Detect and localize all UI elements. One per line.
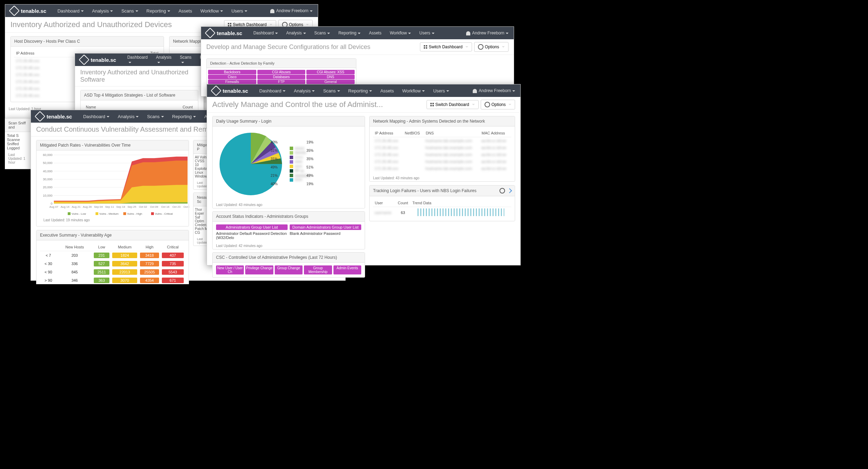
panel-vuln-age: Executive Summary - Vulnerability Age Ne…: [36, 230, 189, 284]
page-title: Inventory Authorized and Unauthorized De…: [10, 20, 222, 29]
csc-pill[interactable]: Group Change: [275, 265, 303, 274]
options-button[interactable]: Options: [481, 100, 515, 109]
svg-text:Sep 04: Sep 04: [94, 205, 103, 208]
family-pill[interactable]: DNS: [306, 75, 355, 79]
nav-dashboard[interactable]: Dashboard: [255, 88, 290, 93]
logo[interactable]: tenable.sc: [10, 7, 46, 15]
nav-dashboard[interactable]: Dashboard: [79, 114, 114, 119]
logo-icon: [78, 54, 89, 65]
user-menu[interactable]: Andrew Freeborn: [473, 88, 515, 93]
nav-assets[interactable]: Assets: [174, 8, 196, 14]
family-pill[interactable]: Databases: [257, 75, 306, 79]
logo[interactable]: tenable.sc: [212, 87, 248, 94]
csc-pill[interactable]: Group Membership: [304, 265, 332, 274]
navbar: tenable.sc DashboardAnalysisScansReporti…: [75, 54, 204, 66]
chevron-down-icon: [310, 10, 313, 12]
family-pill[interactable]: CGI Abuses: [257, 70, 306, 74]
csc-pill[interactable]: Privilege Change: [245, 265, 273, 274]
nav-dashboard[interactable]: Dashboard: [53, 8, 88, 14]
nav-reporting[interactable]: Reporting: [168, 114, 200, 119]
logo[interactable]: tenable.sc: [80, 56, 116, 64]
nav-dashboard[interactable]: Dashboard: [249, 31, 282, 35]
user-menu[interactable]: Andrew Freeborn: [270, 8, 313, 13]
nav-scans[interactable]: Scans: [310, 31, 334, 35]
window-admin-manage: tenable.scDashboardAnalysisScansReportin…: [207, 84, 521, 265]
svg-text:20,000: 20,000: [43, 186, 52, 189]
panel-scan-sniff: Scan Sniff and Total S Scanne Sniffed Lo…: [5, 118, 31, 169]
csc-pill[interactable]: Admin Events: [333, 265, 361, 274]
nav-scans[interactable]: Scans: [176, 55, 196, 65]
pie-chart: [216, 129, 286, 199]
area-chart: 010,00020,00030,00040,00050,00060,000Aug…: [40, 153, 189, 216]
nav-users[interactable]: Users: [227, 8, 251, 14]
svg-text:10,000: 10,000: [43, 194, 52, 197]
nav-reporting[interactable]: Reporting: [334, 31, 365, 35]
panel-daily-usage: Daily Usage Summary - Login aaaaa bbbbbb…: [212, 116, 365, 208]
switch-dashboard-button[interactable]: Switch Dashboard: [427, 100, 478, 109]
pill-domain-admin-users[interactable]: Domain Administrators Group User List: [290, 224, 361, 230]
nav-reporting[interactable]: Reporting: [142, 8, 174, 14]
nav-users[interactable]: Users: [429, 88, 453, 93]
svg-text:Vulns - Medium: Vulns - Medium: [99, 212, 119, 215]
svg-rect-33: [151, 212, 154, 215]
svg-rect-29: [96, 212, 98, 215]
family-pill[interactable]: CGI Abuses: XSS: [306, 70, 355, 74]
chevron-right-icon[interactable]: [507, 188, 512, 193]
panel-patch-rates: Mitigated Patch Rates - Vulnerabilities …: [36, 140, 189, 227]
nav-analysis[interactable]: Analysis: [114, 114, 143, 119]
nav-analysis[interactable]: Analysis: [282, 31, 310, 35]
family-pill[interactable]: Cisco: [208, 75, 256, 79]
switch-dashboard-button[interactable]: Switch Dashboard: [420, 42, 472, 51]
panel-title: ASD Top 4 Mitigation Strategies - List o…: [81, 90, 198, 100]
svg-text:Sep 25: Sep 25: [127, 205, 137, 208]
nav-scans[interactable]: Scans: [117, 8, 142, 14]
family-pill[interactable]: FTP: [257, 80, 306, 84]
nav-dashboard[interactable]: Dashboard: [123, 55, 152, 65]
page-title: Actively Manage and Control the use of A…: [212, 100, 424, 109]
user-icon: [270, 9, 274, 13]
nav-workflow[interactable]: Workflow: [386, 31, 415, 35]
svg-rect-31: [123, 212, 126, 215]
family-pill[interactable]: General: [306, 80, 355, 84]
svg-rect-27: [68, 212, 71, 215]
gear-icon[interactable]: [499, 188, 505, 194]
nav-analysis[interactable]: Analysis: [88, 8, 117, 14]
svg-text:Vulns - High: Vulns - High: [127, 212, 142, 215]
logo[interactable]: tenable.sc: [36, 113, 72, 120]
svg-text:0: 0: [51, 202, 52, 205]
csc-pill[interactable]: New User / User Ch: [216, 265, 244, 274]
nav-items: DashboardAnalysisScansReportingAssetsWor…: [53, 8, 270, 14]
nav-scans[interactable]: Scans: [319, 88, 344, 93]
svg-text:Oct 23: Oct 23: [172, 205, 181, 208]
svg-text:Oct 09: Oct 09: [150, 205, 158, 208]
nav-assets[interactable]: Assets: [365, 31, 386, 35]
panel-login-failures: Tracking Login Failures - Users with NBS…: [369, 185, 515, 221]
grid-icon: [228, 23, 231, 26]
logo[interactable]: tenable.sc: [206, 29, 242, 37]
logo-icon: [9, 5, 19, 16]
nav-assets[interactable]: Assets: [376, 88, 398, 93]
sparkline: [418, 208, 504, 216]
svg-text:Aug 07: Aug 07: [49, 205, 58, 208]
panel-csc-privileges: CSC - Controlled Use of Administrative P…: [212, 252, 365, 278]
svg-text:Oct 02: Oct 02: [139, 205, 147, 208]
svg-text:40,000: 40,000: [43, 170, 52, 173]
nav-reporting[interactable]: Reporting: [344, 88, 376, 93]
nav-workflow[interactable]: Workflow: [196, 8, 227, 14]
page-title: Develop and Manage Secure Configurations…: [206, 43, 418, 51]
svg-text:30,000: 30,000: [43, 178, 52, 181]
svg-text:Oct 30: Oct 30: [183, 205, 189, 208]
family-pill[interactable]: Backdoors: [208, 70, 256, 74]
nav-workflow[interactable]: Workflow: [398, 88, 429, 93]
svg-text:60,000: 60,000: [43, 153, 52, 157]
nav-analysis[interactable]: Analysis: [152, 55, 176, 65]
svg-text:Sep 18: Sep 18: [116, 205, 125, 208]
nav-scans[interactable]: Scans: [143, 114, 168, 119]
user-menu[interactable]: Andrew Freeborn: [466, 31, 509, 35]
options-button[interactable]: Options: [474, 42, 509, 52]
nav-analysis[interactable]: Analysis: [290, 88, 319, 93]
pill-admin-users[interactable]: Administrators Group User List: [216, 224, 288, 230]
family-pill[interactable]: Firewalls: [208, 80, 256, 84]
svg-text:Sep 11: Sep 11: [105, 205, 114, 208]
nav-users[interactable]: Users: [415, 31, 438, 35]
